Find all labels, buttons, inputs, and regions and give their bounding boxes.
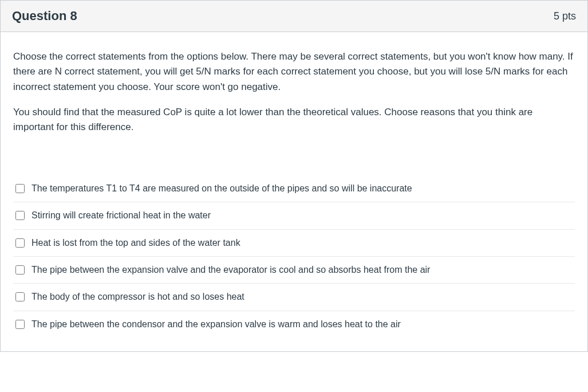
answer-option[interactable]: Heat is lost from the top and sides of t… [13,230,575,257]
answer-checkbox[interactable] [15,211,25,220]
prompt-paragraph-2: You should find that the measured CoP is… [13,105,575,135]
question-header: Question 8 5 pts [1,1,587,32]
answer-label: Heat is lost from the top and sides of t… [31,237,240,249]
question-title: Question 8 [12,9,77,23]
answer-label: The body of the compressor is hot and so… [31,291,244,303]
question-points: 5 pts [554,10,576,22]
answer-label: Stirring will create frictional heat in … [31,209,211,222]
answer-option[interactable]: Stirring will create frictional heat in … [13,202,575,229]
question-card: Question 8 5 pts Choose the correct stat… [0,0,588,352]
answer-option[interactable]: The pipe between the expansion valve and… [13,257,575,284]
answer-option[interactable]: The temperatures T1 to T4 are measured o… [13,175,575,202]
answers-list: The temperatures T1 to T4 are measured o… [13,175,575,338]
answer-label: The pipe between the condensor and the e… [31,318,401,331]
answer-checkbox[interactable] [15,292,25,301]
question-body: Choose the correct statements from the o… [1,32,587,351]
answer-label: The temperatures T1 to T4 are measured o… [31,182,412,195]
answer-option[interactable]: The pipe between the condensor and the e… [13,311,575,338]
answer-option[interactable]: The body of the compressor is hot and so… [13,284,575,311]
answer-checkbox[interactable] [15,184,25,193]
answer-checkbox[interactable] [15,238,25,248]
answer-checkbox[interactable] [15,320,25,329]
answer-checkbox[interactable] [15,265,25,275]
answer-label: The pipe between the expansion valve and… [31,264,430,276]
prompt-paragraph-1: Choose the correct statements from the o… [13,49,575,95]
